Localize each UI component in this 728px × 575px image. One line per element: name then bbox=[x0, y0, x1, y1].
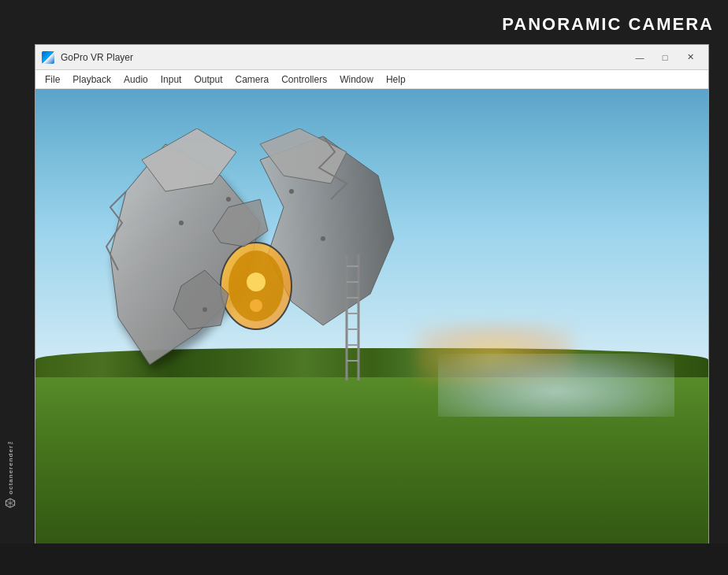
menu-playback[interactable]: Playback bbox=[66, 72, 117, 87]
menu-controllers[interactable]: Controllers bbox=[275, 72, 333, 87]
menu-file[interactable]: File bbox=[39, 72, 66, 87]
svg-point-27 bbox=[202, 307, 207, 312]
svg-point-26 bbox=[321, 236, 325, 241]
metallic-structure bbox=[102, 128, 402, 396]
maximize-button[interactable]: □ bbox=[653, 50, 677, 65]
gopro-window: GoPro VR Player — □ ✕ File Playback Audi… bbox=[35, 44, 709, 570]
menu-help[interactable]: Help bbox=[380, 72, 412, 87]
menu-input[interactable]: Input bbox=[154, 72, 188, 87]
title-bar: GoPro VR Player — □ ✕ bbox=[35, 45, 708, 70]
menu-camera[interactable]: Camera bbox=[228, 72, 275, 87]
panoramic-view[interactable]: 360 VIEW IN GOPRO VR PLAYER bbox=[35, 89, 708, 569]
svg-point-10 bbox=[247, 273, 266, 291]
svg-point-23 bbox=[179, 221, 184, 225]
svg-point-24 bbox=[226, 197, 231, 202]
taskbar bbox=[0, 543, 728, 575]
svg-point-11 bbox=[250, 299, 262, 312]
window-title: GoPro VR Player bbox=[61, 52, 628, 63]
menu-output[interactable]: Output bbox=[188, 72, 228, 87]
menu-window[interactable]: Window bbox=[333, 72, 380, 87]
clouds bbox=[438, 354, 674, 417]
octane-logo-icon bbox=[5, 498, 16, 509]
window-controls: — □ ✕ bbox=[628, 50, 702, 65]
octane-watermark: octanerender™ bbox=[5, 437, 16, 512]
close-button[interactable]: ✕ bbox=[678, 50, 702, 65]
app-icon bbox=[42, 51, 54, 64]
menu-bar: File Playback Audio Input Output Camera … bbox=[35, 70, 708, 89]
panoramic-camera-label: PANORAMIC CAMERA bbox=[502, 14, 714, 35]
minimize-button[interactable]: — bbox=[628, 50, 652, 65]
outer-background: PANORAMIC CAMERA octanerender™ GoPro VR … bbox=[0, 0, 728, 575]
menu-audio[interactable]: Audio bbox=[117, 72, 154, 87]
svg-point-25 bbox=[289, 189, 294, 194]
